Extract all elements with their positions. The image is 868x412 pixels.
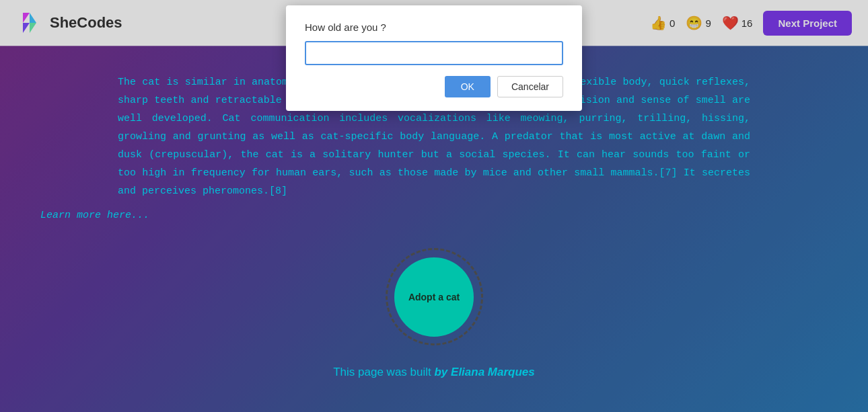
modal-title: How old are you ? [305,22,563,33]
cancel-button[interactable]: Cancelar [497,76,563,97]
modal-buttons: OK Cancelar [305,76,563,97]
age-input[interactable] [305,41,563,65]
modal-dialog: How old are you ? OK Cancelar [286,5,582,111]
ok-button[interactable]: OK [445,76,491,97]
modal-overlay: How old are you ? OK Cancelar [0,0,868,412]
